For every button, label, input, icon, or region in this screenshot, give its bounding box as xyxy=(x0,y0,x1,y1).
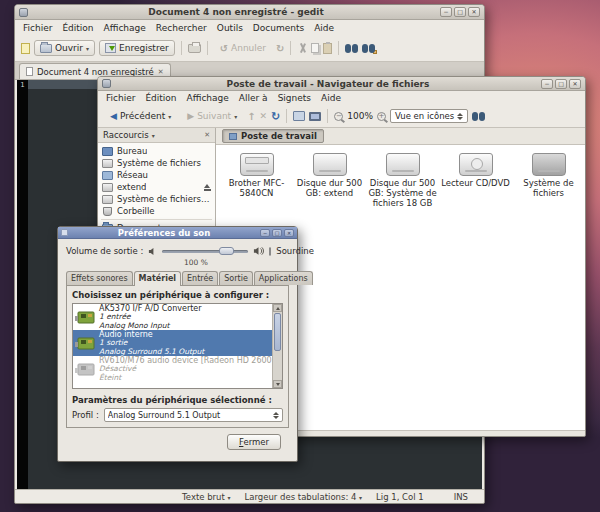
search-replace-icon[interactable] xyxy=(362,44,375,53)
home-folder-icon[interactable] xyxy=(293,111,305,121)
output-volume-label: Volume de sortie : xyxy=(66,246,143,256)
sidebar-item-reseau[interactable]: Réseau xyxy=(98,169,215,181)
sound-minimize-icon[interactable]: − xyxy=(260,229,270,237)
toolbar-separator xyxy=(327,109,328,123)
profile-select[interactable]: Analog Surround 5.1 Output xyxy=(104,408,283,422)
device-row-audio-interne[interactable]: Audio interne 1 sortie Analog Surround 5… xyxy=(73,330,272,356)
fm-item-lecteur-cd-dvd[interactable]: Lecteur CD/DVD xyxy=(439,153,512,189)
fm-menu-aide[interactable]: Aide xyxy=(320,93,342,103)
sound-close-icon[interactable]: ✕ xyxy=(284,229,294,237)
device-row-ak5370[interactable]: AK5370 I/F A/D Converter 1 entrée Analog… xyxy=(73,304,272,330)
gedit-menu-rechercher[interactable]: Rechercher xyxy=(155,23,208,33)
print-icon[interactable] xyxy=(188,44,201,53)
tab-sortie[interactable]: Sortie xyxy=(219,271,253,285)
undo-button[interactable]: ↺ Annuler xyxy=(214,40,272,57)
device-list[interactable]: AK5370 I/F A/D Converter 1 entrée Analog… xyxy=(72,303,283,389)
zoom-out-icon[interactable]: − xyxy=(334,112,343,121)
document-icon xyxy=(26,67,33,76)
open-button[interactable]: Ouvrir ▾ xyxy=(34,40,95,56)
fm-search-icon[interactable] xyxy=(472,112,485,121)
harddisk-icon xyxy=(386,153,420,176)
search-icon[interactable] xyxy=(345,44,358,53)
fm-item-systeme-de-fichiers[interactable]: Système de fichiers xyxy=(512,153,585,199)
printer-icon xyxy=(240,153,274,176)
mute-checkbox[interactable] xyxy=(269,247,271,256)
slider-handle[interactable] xyxy=(219,247,234,255)
sidebar-item-extend[interactable]: extend xyxy=(98,181,215,193)
tab-close-icon[interactable]: ✕ xyxy=(158,68,164,76)
refresh-icon[interactable]: ↻ xyxy=(271,110,280,123)
new-document-icon[interactable] xyxy=(21,43,30,54)
gedit-menu-fichier[interactable]: Fichier xyxy=(22,23,53,33)
gedit-minimize-icon[interactable]: − xyxy=(440,7,452,17)
gedit-menu-edition[interactable]: Édition xyxy=(61,23,94,33)
gedit-menu-affichage[interactable]: Affichage xyxy=(103,23,147,33)
tab-width-dropdown[interactable]: Largeur des tabulations: 4 ▾ xyxy=(245,492,363,502)
scroll-up-icon[interactable] xyxy=(273,304,282,312)
gedit-menu-aide[interactable]: Aide xyxy=(313,23,335,33)
tab-materiel[interactable]: Matériel xyxy=(134,271,181,286)
volume-slider[interactable] xyxy=(162,246,248,256)
gedit-close-icon[interactable]: ✕ xyxy=(468,7,480,17)
tab-entree[interactable]: Entrée xyxy=(182,271,218,285)
copy-icon[interactable] xyxy=(311,43,319,53)
speaker-high-icon xyxy=(253,246,264,256)
spinner-arrows-icon xyxy=(457,113,463,120)
sidebar-item-bureau[interactable]: Bureau xyxy=(98,145,215,157)
forward-button[interactable]: ▶ Suivant ▾ xyxy=(181,108,243,124)
up-icon[interactable]: ↑ xyxy=(247,111,255,122)
computer-icon[interactable] xyxy=(309,112,321,121)
gedit-menu-outils[interactable]: Outils xyxy=(216,23,244,33)
fm-titlebar[interactable]: Poste de travail - Navigateur de fichier… xyxy=(98,77,585,91)
paste-icon[interactable] xyxy=(323,43,332,54)
fm-menu-aller-a[interactable]: Aller à xyxy=(238,93,269,103)
back-dropdown-icon[interactable]: ▾ xyxy=(168,113,171,120)
eject-icon[interactable] xyxy=(203,184,211,191)
open-folder-icon xyxy=(40,44,52,53)
device-row-rv610[interactable]: RV610/M76 audio device [Radeon HD 2600 S… xyxy=(73,356,272,382)
gedit-menu-documents[interactable]: Documents xyxy=(252,23,305,33)
view-mode-select[interactable]: Vue en icônes xyxy=(390,109,468,123)
sidebar-header-dropdown[interactable]: Raccourcis ▾ ✕ xyxy=(98,128,215,143)
sidebar-item-corbeille[interactable]: Corbeille xyxy=(98,205,215,217)
sidebar-item-systeme-18gb[interactable]: Système de fichiers 18 GB xyxy=(98,193,215,205)
fm-item-disque-18gb[interactable]: Disque dur 500 GB: Système de fichiers 1… xyxy=(366,153,439,208)
language-mode-dropdown[interactable]: Texte brut ▾ xyxy=(182,492,230,502)
sound-preferences-dialog: Préférences du son − □ ✕ Volume de sorti… xyxy=(57,226,298,462)
location-button[interactable]: Poste de travail xyxy=(222,129,324,143)
gedit-maximize-icon[interactable]: □ xyxy=(454,7,466,17)
open-dropdown-icon[interactable]: ▾ xyxy=(86,45,89,52)
tab-effets-sonores[interactable]: Effets sonores xyxy=(66,271,133,285)
fm-menu-signets[interactable]: Signets xyxy=(277,93,312,103)
forward-dropdown-icon: ▾ xyxy=(234,113,237,120)
device-list-scrollbar[interactable] xyxy=(272,304,282,388)
gedit-titlebar[interactable]: Document 4 non enregistré - gedit − □ ✕ xyxy=(15,5,484,20)
fm-maximize-icon[interactable]: □ xyxy=(555,79,567,89)
fm-item-brother-printer[interactable]: Brother MFC-5840CN xyxy=(220,153,293,199)
scroll-down-icon[interactable] xyxy=(273,380,282,388)
fm-item-disque-extend[interactable]: Disque dur 500 GB: extend xyxy=(293,153,366,199)
fm-minimize-icon[interactable]: − xyxy=(541,79,553,89)
fm-menu-fichier[interactable]: Fichier xyxy=(105,93,136,103)
stop-icon[interactable]: ✕ xyxy=(260,111,268,121)
sidebar-item-systeme-de-fichiers[interactable]: Système de fichiers xyxy=(98,157,215,169)
close-dialog-button[interactable]: Fermer xyxy=(227,434,281,450)
back-button[interactable]: ◀ Précédent ▾ xyxy=(104,108,177,124)
sound-tabs: Effets sonores Matériel Entrée Sortie Ap… xyxy=(66,270,289,285)
fm-close-icon[interactable]: ✕ xyxy=(569,79,581,89)
tab-applications[interactable]: Applications xyxy=(254,271,313,285)
fm-menu-affichage[interactable]: Affichage xyxy=(186,93,230,103)
overwrite-mode: INS xyxy=(454,492,468,502)
scrollbar-thumb[interactable] xyxy=(274,313,281,351)
sound-titlebar[interactable]: Préférences du son − □ ✕ xyxy=(58,227,297,239)
soundcard-icon xyxy=(75,389,95,390)
device-row-saa7131[interactable]: SAA7131/SAA7133/SAA7135 Video Broadcast … xyxy=(73,382,272,389)
redo-icon[interactable]: ↻ xyxy=(276,43,284,54)
save-button[interactable]: Enregistrer xyxy=(99,40,175,56)
cut-icon[interactable] xyxy=(297,43,307,53)
sound-maximize-icon[interactable]: □ xyxy=(272,229,282,237)
fm-menu-edition[interactable]: Édition xyxy=(144,93,177,103)
zoom-in-icon[interactable]: + xyxy=(377,112,386,121)
mute-label: Sourdine xyxy=(276,246,314,256)
sidebar-close-icon[interactable]: ✕ xyxy=(204,131,210,139)
